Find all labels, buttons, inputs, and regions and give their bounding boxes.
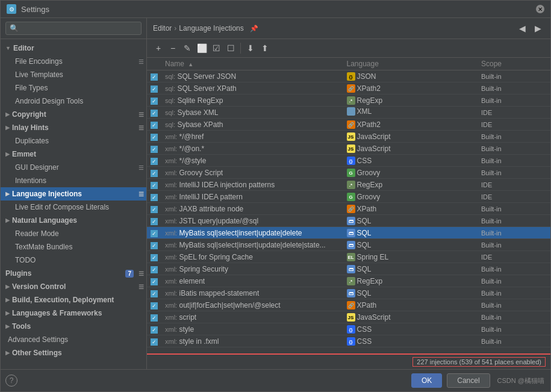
checkbox[interactable]: ✓ — [151, 73, 158, 81]
row-check[interactable]: ✓ — [147, 155, 161, 167]
table-row[interactable]: ✓ xml: MyBatis sql|select|insert|update|… — [147, 239, 550, 251]
help-button[interactable]: ? — [5, 375, 17, 387]
row-check[interactable]: ✓ — [147, 179, 161, 191]
checkbox[interactable]: ✓ — [151, 146, 158, 153]
sidebar-item-file-encodings[interactable]: File Encodings ☰ — [1, 55, 146, 68]
checkbox[interactable]: ✓ — [151, 206, 158, 213]
checkbox[interactable]: ✓ — [151, 230, 158, 237]
checkbox[interactable]: ✓ — [151, 182, 158, 189]
sidebar-item-build-execution[interactable]: ▶ Build, Execution, Deployment — [1, 293, 146, 306]
table-row[interactable]: ✓ xml: script JS JavaScript Built-in — [147, 311, 550, 323]
checkbox[interactable]: ✓ — [151, 314, 158, 322]
table-row[interactable]: ✓ xml: out|if|forEach|set|when/@select 🔗… — [147, 299, 550, 311]
checkbox[interactable]: ✓ — [151, 218, 158, 225]
checkbox[interactable]: ✓ — [151, 86, 158, 93]
table-row[interactable]: ✓ xml: Spring Security 🗃 SQL Built-in — [147, 263, 550, 275]
row-check[interactable]: ✓ — [147, 131, 161, 143]
export-button[interactable]: ⬆ — [258, 42, 272, 55]
row-check[interactable]: ✓ — [147, 335, 161, 347]
checkbox[interactable]: ✓ — [151, 278, 158, 285]
enable-button[interactable]: ☑ — [210, 42, 223, 55]
row-check[interactable]: ✓ — [147, 311, 161, 323]
sidebar-item-duplicates[interactable]: Duplicates — [1, 134, 146, 148]
row-check[interactable]: ✓ — [147, 263, 161, 275]
checkbox[interactable]: ✓ — [151, 290, 158, 297]
table-row[interactable]: ✓ sql: SQL Server JSON {} JSON Built-in — [147, 70, 550, 82]
copy-button[interactable]: ⬜ — [195, 42, 208, 55]
table-row[interactable]: ✓ xml: IntelliJ IDEA pattern G Groovy ID… — [147, 191, 550, 203]
checkbox[interactable]: ✓ — [151, 122, 158, 129]
row-check[interactable]: ✓ — [147, 215, 161, 227]
row-check[interactable]: ✓ — [147, 167, 161, 179]
col-scope-header[interactable]: Scope — [478, 58, 550, 70]
checkbox[interactable]: ✓ — [151, 194, 158, 201]
table-row[interactable]: ✓ xml: MyBatis sql|select|insert|update|… — [147, 227, 550, 239]
table-row[interactable]: ✓ xml: */@href JS JavaScript Built-in — [147, 131, 550, 143]
nav-forward-button[interactable]: ▶ — [531, 22, 544, 35]
checkbox[interactable]: ✓ — [151, 110, 158, 117]
row-check[interactable]: ✓ — [147, 227, 161, 239]
checkbox[interactable]: ✓ — [151, 98, 158, 105]
checkbox[interactable]: ✓ — [151, 326, 158, 334]
edit-button[interactable]: ✎ — [181, 42, 194, 55]
checkbox[interactable]: ✓ — [151, 266, 158, 273]
row-check[interactable]: ✓ — [147, 107, 161, 119]
checkbox[interactable]: ✓ — [151, 158, 158, 165]
row-check[interactable]: ✓ — [147, 323, 161, 335]
sidebar-item-gui-designer[interactable]: GUI Designer ☰ — [1, 161, 146, 174]
sidebar-item-inlay-hints[interactable]: ▶ Inlay Hints ☰ — [1, 121, 146, 134]
table-row[interactable]: ✓ sql: Sqlite RegExp .* RegExp Built-in — [147, 95, 550, 107]
sidebar-item-version-control[interactable]: ▶ Version Control ☰ — [1, 280, 146, 293]
table-row[interactable]: ✓ xml: style {} CSS Built-in — [147, 323, 550, 335]
table-row[interactable]: ✓ sql: SQL Server XPath 🔗 XPath2 Built-i… — [147, 82, 550, 95]
table-row[interactable]: ✓ sql: Sybase XPath 🔗 XPath2 IDE — [147, 119, 550, 131]
table-row[interactable]: ✓ xml: iBatis mapped-statement 🗃 SQL Bui… — [147, 287, 550, 299]
disable-button[interactable]: ☐ — [224, 42, 237, 55]
sidebar-item-editor[interactable]: ▼ Editor — [1, 42, 146, 55]
checkbox[interactable]: ✓ — [151, 134, 158, 141]
nav-back-button[interactable]: ◀ — [515, 22, 529, 35]
sidebar-item-plugins[interactable]: Plugins 7 ☰ — [1, 267, 146, 280]
checkbox[interactable]: ✓ — [151, 242, 158, 249]
sidebar-item-languages-frameworks[interactable]: ▶ Languages & Frameworks — [1, 306, 146, 320]
row-check[interactable]: ✓ — [147, 191, 161, 203]
row-check[interactable]: ✓ — [147, 143, 161, 155]
table-row[interactable]: ✓ xml: JSTL query|update/@sql 🗃 SQL Buil… — [147, 215, 550, 227]
sidebar-item-advanced-settings[interactable]: Advanced Settings — [1, 333, 146, 346]
row-check[interactable]: ✓ — [147, 70, 161, 82]
checkbox[interactable]: ✓ — [151, 254, 158, 261]
search-input[interactable] — [5, 22, 142, 35]
table-row[interactable]: ✓ xml: element .* RegExp Built-in — [147, 275, 550, 287]
row-check[interactable]: ✓ — [147, 119, 161, 131]
sidebar-item-textmate-bundles[interactable]: TextMate Bundles — [1, 240, 146, 254]
checkbox[interactable]: ✓ — [151, 338, 158, 346]
sidebar-item-reader-mode[interactable]: Reader Mode — [1, 227, 146, 240]
sidebar-item-language-injections[interactable]: ▶ Language Injections ☰ — [1, 187, 146, 201]
table-row[interactable]: ✓ xml: style in .fxml {} CSS Built-in — [147, 335, 550, 347]
table-row[interactable]: ✓ xml: */@on.* JS JavaScript Built-in — [147, 143, 550, 155]
table-row[interactable]: ✓ xml: JAXB attribute node 🔗 XPath Built… — [147, 203, 550, 215]
row-check[interactable]: ✓ — [147, 82, 161, 95]
sidebar-item-other-settings[interactable]: ▶ Other Settings — [1, 346, 146, 359]
sidebar-item-copyright[interactable]: ▶ Copyright ☰ — [1, 108, 146, 121]
col-name-header[interactable]: Name ▲ — [161, 58, 343, 70]
table-row[interactable]: ✓ xml: Groovy Script G Groovy Built-in — [147, 167, 550, 179]
row-check[interactable]: ✓ — [147, 95, 161, 107]
row-check[interactable]: ✓ — [147, 203, 161, 215]
add-button[interactable]: + — [152, 42, 165, 55]
table-row[interactable]: ✓ xml: IntelliJ IDEA injection patterns … — [147, 179, 550, 191]
sidebar-item-emmet[interactable]: ▶ Emmet — [1, 148, 146, 161]
row-check[interactable]: ✓ — [147, 299, 161, 311]
checkbox[interactable]: ✓ — [151, 170, 158, 177]
ok-button[interactable]: OK — [411, 373, 442, 388]
sidebar-item-file-types[interactable]: File Types — [1, 81, 146, 95]
import-button[interactable]: ⬇ — [244, 42, 257, 55]
table-row[interactable]: ✓ xml: SpEL for Spring Cache EL Spring E… — [147, 251, 550, 263]
remove-button[interactable]: − — [166, 42, 179, 55]
sidebar-item-natural-languages[interactable]: ▶ Natural Languages — [1, 214, 146, 227]
table-row[interactable]: ✓ xml: */@style {} CSS Built-in — [147, 155, 550, 167]
sidebar-item-intentions[interactable]: Intentions — [1, 174, 146, 187]
row-check[interactable]: ✓ — [147, 239, 161, 251]
col-language-header[interactable]: Language — [343, 58, 478, 70]
row-check[interactable]: ✓ — [147, 287, 161, 299]
